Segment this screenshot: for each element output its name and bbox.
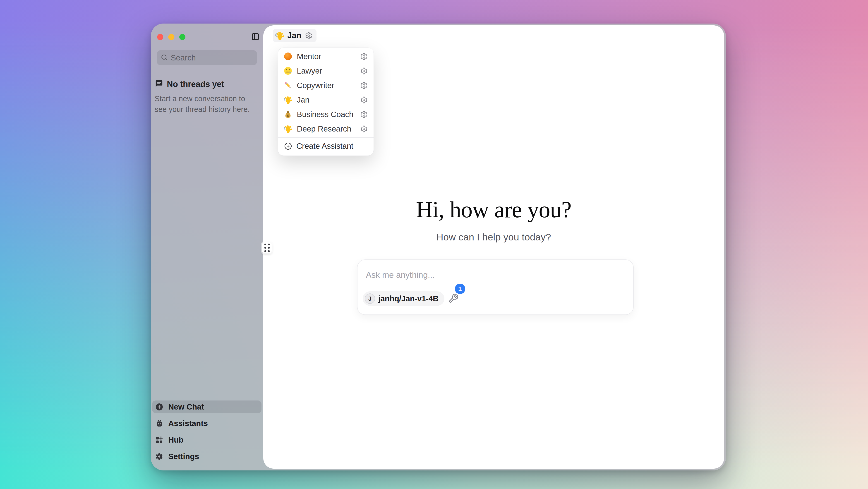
zoom-button[interactable] — [179, 34, 185, 40]
greeting-subtitle: How can I help you today? — [263, 232, 724, 243]
tools-badge: 1 — [455, 284, 465, 294]
assistant-selector-button[interactable]: Jan — [273, 29, 316, 42]
assistant-menu-list: MentorLawyerCopywriterJan$Business Coach… — [278, 49, 374, 136]
titlebar: Jan — [263, 25, 724, 46]
sidebar-toggle-button[interactable] — [251, 33, 259, 41]
sidebar-item-settings[interactable]: Settings — [152, 450, 261, 463]
wrench-icon — [448, 293, 459, 304]
sidebar-item-label: New Chat — [168, 402, 204, 411]
assistant-item-business-coach[interactable]: $Business Coach — [278, 107, 374, 122]
circle-plus-outline-icon — [284, 142, 292, 150]
search-input[interactable]: Search — [157, 50, 257, 65]
wave-emoji — [283, 124, 293, 133]
assistant-settings-button[interactable] — [360, 67, 368, 75]
menu-divider — [278, 137, 374, 137]
empty-state-description: Start a new conversation to see your thr… — [155, 93, 257, 115]
greeting-heading: Hi, how are you? — [263, 197, 724, 222]
sidebar-item-hub[interactable]: Hub — [152, 433, 261, 446]
assistant-item-deep-research[interactable]: Deep Research — [278, 122, 374, 136]
sidebar: Search No threads yet Start a new conver… — [151, 24, 263, 470]
model-name: janhq/Jan-v1-4B — [378, 294, 438, 303]
sidebar-item-assistants[interactable]: Assistants — [152, 417, 261, 430]
assistant-item-jan[interactable]: Jan — [278, 93, 374, 107]
assistant-settings-gear-icon[interactable] — [305, 32, 312, 39]
circle-plus-filled-icon — [155, 403, 163, 411]
assistant-settings-button[interactable] — [360, 96, 368, 104]
assistant-item-label: Deep Research — [297, 124, 356, 133]
sidebar-item-new-chat[interactable]: New Chat — [152, 400, 261, 413]
assistant-settings-button[interactable] — [360, 53, 368, 60]
svg-text:$: $ — [287, 114, 289, 118]
chat-bubble-icon — [155, 79, 163, 89]
search-placeholder: Search — [171, 53, 196, 62]
sidebar-item-label: Assistants — [168, 419, 208, 428]
hub-grid-icon — [155, 436, 163, 444]
pencil-emoji — [283, 81, 293, 90]
assistant-item-lawyer[interactable]: Lawyer — [278, 64, 374, 78]
assistant-menu: MentorLawyerCopywriterJan$Business Coach… — [278, 48, 374, 156]
model-selector-button[interactable]: J janhq/Jan-v1-4B — [363, 292, 444, 306]
money-bag-emoji: $ — [283, 110, 293, 119]
close-button[interactable] — [157, 34, 163, 40]
assistant-item-label: Jan — [297, 95, 356, 104]
assistant-name: Jan — [287, 31, 301, 40]
assistant-item-copywriter[interactable]: Copywriter — [278, 78, 374, 93]
panel-left-icon — [251, 38, 259, 41]
robot-icon — [155, 419, 163, 428]
main-panel: Jan MentorLawyerCopywriterJan$Business C… — [263, 25, 724, 469]
sidebar-item-label: Settings — [168, 452, 199, 461]
window-controls — [157, 34, 185, 40]
empty-state-header: No threads yet — [155, 79, 224, 89]
assistant-settings-button[interactable] — [360, 111, 368, 118]
create-assistant-button[interactable]: Create Assistant — [278, 139, 374, 153]
sidebar-nav: New ChatAssistantsHubSettings — [152, 400, 261, 463]
wave-emoji — [275, 31, 285, 41]
welcome-section: Hi, how are you? How can I help you toda… — [263, 197, 724, 243]
search-icon — [161, 54, 168, 62]
assistant-settings-button[interactable] — [360, 82, 368, 89]
assistant-item-label: Business Coach — [297, 110, 356, 119]
gear-filled-icon — [155, 452, 163, 461]
orange-circle-emoji — [283, 52, 293, 61]
tools-button[interactable]: 1 — [448, 293, 459, 304]
message-input[interactable]: Ask me anything... — [366, 270, 435, 280]
composer-toolbar: J janhq/Jan-v1-4B 1 — [363, 292, 459, 306]
sidebar-resize-handle[interactable] — [262, 242, 272, 253]
assistant-item-label: Lawyer — [297, 66, 356, 75]
assistant-item-label: Copywriter — [297, 81, 356, 90]
assistant-settings-button[interactable] — [360, 125, 368, 133]
zipper-mouth-emoji — [283, 66, 293, 75]
create-assistant-label: Create Assistant — [296, 142, 368, 151]
empty-state-title: No threads yet — [167, 80, 224, 89]
sidebar-item-label: Hub — [168, 435, 183, 445]
composer: Ask me anything... J janhq/Jan-v1-4B 1 — [357, 259, 634, 315]
assistant-item-mentor[interactable]: Mentor — [278, 49, 374, 64]
model-avatar: J — [365, 294, 375, 304]
minimize-button[interactable] — [168, 34, 174, 40]
wave-emoji — [283, 95, 293, 104]
assistant-item-label: Mentor — [297, 52, 356, 61]
app-window: Search No threads yet Start a new conver… — [151, 24, 726, 470]
